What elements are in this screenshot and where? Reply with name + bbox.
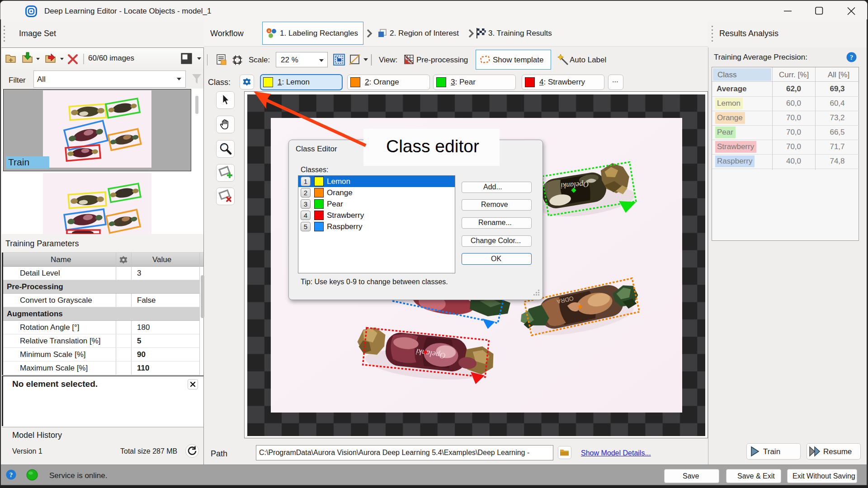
svg-text:?: ? [9, 471, 13, 479]
svg-text:Opelanki: Opelanki [560, 180, 589, 190]
svg-text:?: ? [850, 54, 854, 61]
svg-text:A: A [268, 29, 270, 33]
